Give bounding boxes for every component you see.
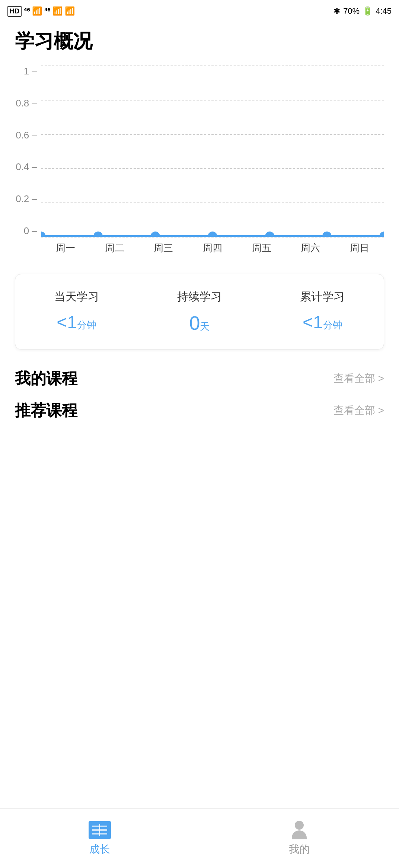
stats-card: 当天学习 <1分钟 持续学习 0天 累计学习 <1分钟	[15, 274, 384, 350]
stats-daily-label: 当天学习	[23, 289, 130, 304]
wifi-icon: 📶	[65, 6, 75, 16]
nav-item-growth[interactable]: 成长	[0, 821, 200, 856]
stats-streak: 持续学习 0天	[138, 274, 261, 349]
chart-y-axis: 1 – 0.8 – 0.6 – 0.4 – 0.2 – 0 –	[15, 66, 41, 237]
nav-label-mine: 我的	[289, 842, 310, 856]
x-label-fri: 周五	[237, 242, 286, 255]
svg-point-3	[151, 232, 160, 237]
status-bar: HD ⁴⁶ 📶 ⁴⁶ 📶 📶 ✱ 70% 🔋 4:45	[0, 0, 399, 21]
my-courses-header: 我的课程 查看全部 >	[15, 368, 384, 389]
stats-total-value: <1分钟	[269, 312, 376, 332]
x-label-wed: 周三	[139, 242, 188, 255]
signal-4g-1: ⁴⁶	[24, 7, 30, 16]
svg-point-1	[41, 232, 45, 237]
stats-streak-value: 0天	[146, 312, 253, 334]
signal-bars-1: 📶	[32, 6, 42, 16]
x-label-sat: 周六	[286, 242, 335, 255]
x-label-thu: 周四	[188, 242, 237, 255]
stats-total-label: 累计学习	[269, 289, 376, 304]
person-icon	[288, 821, 310, 839]
svg-point-5	[265, 232, 274, 237]
stats-daily: 当天学习 <1分钟	[15, 274, 138, 349]
y-label-0: 0 –	[24, 225, 37, 237]
svg-point-4	[208, 232, 217, 237]
y-label-06: 0.6 –	[16, 130, 37, 141]
recommend-courses-title: 推荐课程	[15, 400, 77, 421]
svg-point-2	[93, 232, 103, 237]
clock: 4:45	[376, 6, 392, 16]
chart-grid	[41, 66, 384, 237]
nav-label-growth: 成长	[89, 842, 110, 856]
signal-4g-2: ⁴⁶	[44, 7, 50, 16]
hd-badge: HD	[7, 6, 22, 17]
y-label-1: 1 –	[24, 66, 37, 77]
book-icon	[89, 821, 111, 839]
status-right: ✱ 70% 🔋 4:45	[333, 6, 392, 16]
battery-level: 70%	[343, 6, 360, 16]
y-label-02: 0.2 –	[16, 193, 37, 205]
chart-area: 1 – 0.8 – 0.6 – 0.4 – 0.2 – 0 –	[15, 66, 384, 259]
my-courses-title: 我的课程	[15, 368, 77, 389]
y-label-04: 0.4 –	[16, 161, 37, 173]
recommend-courses-header: 推荐课程 查看全部 >	[15, 400, 384, 421]
recommend-courses-link[interactable]: 查看全部 >	[333, 403, 384, 418]
battery-icon: 🔋	[363, 6, 373, 16]
x-label-tue: 周二	[90, 242, 139, 255]
chart-x-axis: 周一 周二 周三 周四 周五 周六 周日	[41, 237, 384, 259]
y-label-08: 0.8 –	[16, 98, 37, 109]
nav-item-mine[interactable]: 我的	[200, 821, 399, 856]
svg-point-6	[322, 232, 332, 237]
x-label-sun: 周日	[335, 242, 384, 255]
my-courses-link[interactable]: 查看全部 >	[333, 371, 384, 386]
stats-streak-label: 持续学习	[146, 289, 253, 304]
bluetooth-icon: ✱	[333, 6, 340, 16]
main-content: 学习概况 1 – 0.8 – 0.6 – 0.4 – 0.2 – 0 –	[0, 21, 399, 440]
x-label-mon: 周一	[41, 242, 90, 255]
stats-daily-value: <1分钟	[23, 312, 130, 332]
chart-line	[41, 66, 384, 237]
svg-point-7	[380, 232, 384, 237]
stats-total: 累计学习 <1分钟	[261, 274, 384, 349]
signal-bars-2: 📶	[52, 6, 63, 16]
status-left: HD ⁴⁶ 📶 ⁴⁶ 📶 📶	[7, 6, 75, 17]
bottom-nav: 成长 我的	[0, 808, 399, 868]
page-title: 学习概况	[15, 28, 384, 54]
